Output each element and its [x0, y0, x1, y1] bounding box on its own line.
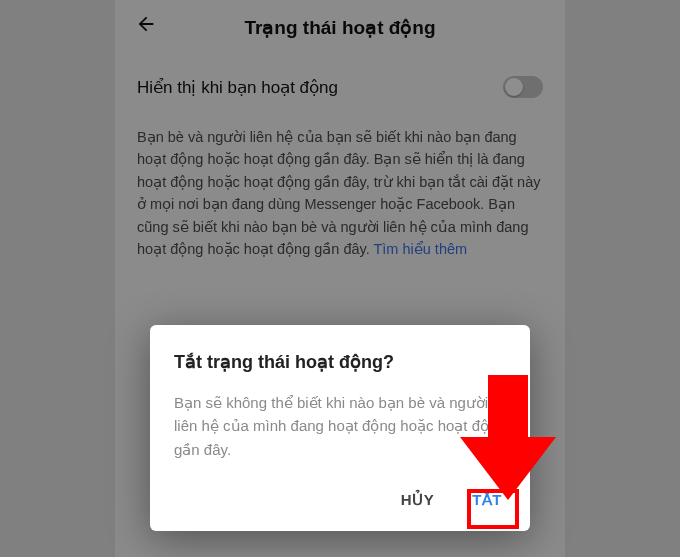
toggle-knob-icon	[505, 78, 523, 96]
page-title: Trạng thái hoạt động	[115, 16, 565, 39]
dialog-title: Tắt trạng thái hoạt động?	[174, 351, 506, 373]
active-status-toggle[interactable]	[503, 76, 543, 98]
active-status-description: Bạn bè và người liên hệ của bạn sẽ biết …	[137, 126, 543, 261]
learn-more-link[interactable]: Tìm hiểu thêm	[373, 241, 467, 257]
confirm-off-button[interactable]: TẮT	[468, 483, 506, 517]
cancel-button[interactable]: HỦY	[397, 483, 438, 517]
dialog-actions: HỦY TẮT	[174, 483, 506, 517]
content-area: Hiển thị khi bạn hoạt động Bạn bè và ngư…	[115, 54, 565, 261]
confirm-dialog: Tắt trạng thái hoạt động? Bạn sẽ không t…	[150, 325, 530, 531]
header-bar: Trạng thái hoạt động	[115, 0, 565, 54]
back-arrow-icon[interactable]	[135, 13, 157, 41]
active-status-toggle-row: Hiển thị khi bạn hoạt động	[137, 76, 543, 98]
description-text: Bạn bè và người liên hệ của bạn sẽ biết …	[137, 129, 541, 257]
dialog-body-text: Bạn sẽ không thể biết khi nào bạn bè và …	[174, 391, 506, 461]
active-status-toggle-label: Hiển thị khi bạn hoạt động	[137, 77, 338, 98]
